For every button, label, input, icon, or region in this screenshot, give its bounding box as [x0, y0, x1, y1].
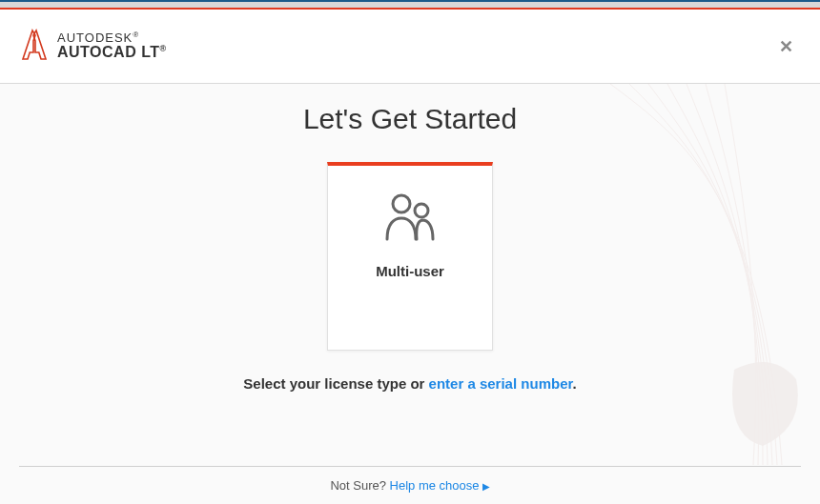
- main-content: Let's Get Started Multi-user Select your…: [0, 84, 820, 457]
- chevron-right-icon: ▶: [482, 481, 490, 492]
- brand-text: AUTODESK® AUTOCAD LT®: [57, 31, 167, 60]
- autodesk-logo-icon: [21, 29, 48, 65]
- license-card-label: Multi-user: [376, 263, 444, 279]
- prompt-suffix: .: [572, 375, 576, 392]
- page-heading: Let's Get Started: [0, 103, 820, 135]
- svg-point-0: [393, 195, 410, 212]
- help-me-choose-link[interactable]: Help me choose: [390, 478, 480, 493]
- multi-user-icon: [381, 189, 439, 246]
- footer-prefix: Not Sure?: [330, 478, 389, 493]
- activation-dialog: AUTODESK® AUTOCAD LT® ✕ Let's Get Starte…: [0, 0, 820, 504]
- brand-product: AUTOCAD LT®: [57, 45, 167, 61]
- dialog-header: AUTODESK® AUTOCAD LT® ✕: [0, 10, 820, 84]
- window-top-bar: [0, 0, 820, 10]
- enter-serial-link[interactable]: enter a serial number: [429, 375, 573, 392]
- brand-block: AUTODESK® AUTOCAD LT®: [21, 29, 167, 65]
- close-icon[interactable]: ✕: [773, 30, 799, 63]
- brand-company: AUTODESK®: [57, 31, 167, 45]
- svg-point-1: [415, 204, 428, 217]
- license-prompt: Select your license type or enter a seri…: [0, 375, 820, 392]
- license-card-multi-user[interactable]: Multi-user: [327, 162, 493, 351]
- prompt-prefix: Select your license type or: [243, 375, 428, 392]
- dialog-footer: Not Sure? Help me choose▶: [19, 466, 801, 493]
